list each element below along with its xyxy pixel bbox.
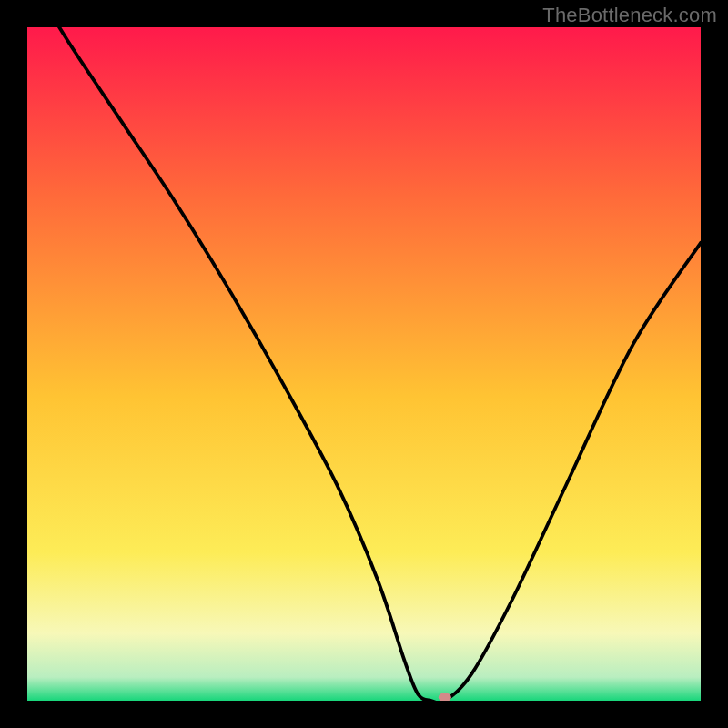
chart-container: TheBottleneck.com: [0, 0, 728, 728]
watermark-text: TheBottleneck.com: [542, 4, 717, 27]
heatmap-background: [27, 27, 701, 701]
chart-svg: [27, 27, 701, 701]
plot-area: [27, 27, 701, 701]
